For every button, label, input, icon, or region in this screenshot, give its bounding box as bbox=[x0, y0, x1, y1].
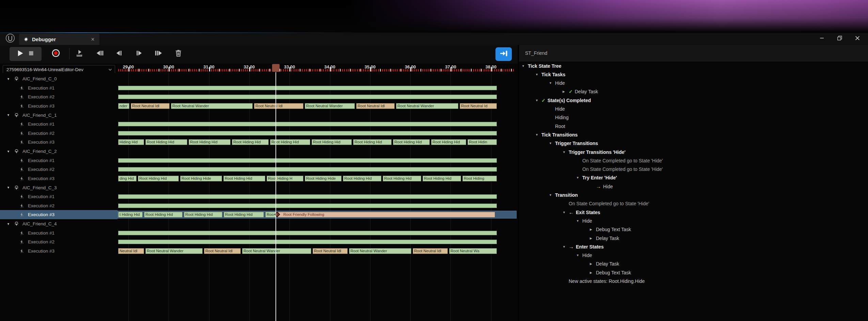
statetree-node-row[interactable]: ▶Debug Text Task bbox=[519, 225, 868, 234]
state-segment[interactable]: Root Neutral Wa bbox=[449, 248, 497, 254]
expander-closed-icon[interactable]: ▶ bbox=[590, 228, 596, 231]
instance-row[interactable]: ▼AIC_Friend_C_2 bbox=[0, 147, 117, 156]
statetree-node-row[interactable]: ▼Tick State Tree bbox=[519, 62, 868, 70]
state-segment[interactable]: t Hiding Hid bbox=[118, 212, 143, 218]
state-segment[interactable]: Root Hiding Hid bbox=[383, 176, 421, 181]
state-segment[interactable]: Root Neutral Idl bbox=[313, 248, 348, 254]
state-segment[interactable]: Root Neutral Wander bbox=[171, 103, 253, 109]
expander-open-icon[interactable]: ▼ bbox=[576, 219, 582, 223]
state-segment[interactable]: Root Hiding Hid bbox=[423, 176, 461, 181]
state-segment[interactable]: Root Friendly Following bbox=[278, 212, 495, 218]
instance-row[interactable]: ▼AIC_Friend_C_1 bbox=[0, 111, 117, 120]
state-segment[interactable]: Root Hiding Hid bbox=[145, 139, 187, 145]
statetree-node-row[interactable]: On State Completed go to State 'Hide' bbox=[519, 199, 868, 208]
statetree-node-row[interactable]: ▼←Exit States bbox=[519, 208, 868, 216]
play-from-here-button[interactable] bbox=[73, 47, 86, 60]
execution-row[interactable]: Execution #3 bbox=[0, 210, 117, 219]
execution-row[interactable]: Execution #1 bbox=[0, 192, 117, 201]
execution-row[interactable]: Execution #2 bbox=[0, 201, 117, 210]
expander-open-icon[interactable]: ▼ bbox=[576, 176, 582, 179]
statetree-node-row[interactable]: New active states: Root.Hiding.Hide bbox=[519, 277, 868, 286]
tab-close-icon[interactable] bbox=[90, 37, 95, 42]
execution-track-bar[interactable] bbox=[118, 167, 497, 172]
state-segment[interactable]: Root Hiding Hid bbox=[343, 176, 381, 181]
state-segment[interactable]: Neutral Idl bbox=[118, 248, 144, 254]
expander-open-icon[interactable]: ▼ bbox=[7, 150, 12, 153]
step-to-last-frame-button[interactable] bbox=[152, 47, 165, 60]
statetree-node-row[interactable]: ▼Trigger Transitions 'Hide' bbox=[519, 148, 868, 156]
expander-open-icon[interactable]: ▼ bbox=[522, 64, 528, 68]
statetree-node-row[interactable]: ▼Tick Transitions bbox=[519, 130, 868, 139]
timeline-pane[interactable]: 29.0030.0031.0032.0033.0034.0035.0036.00… bbox=[117, 64, 518, 321]
state-segment[interactable]: Root Neutral Idl bbox=[413, 248, 448, 254]
state-segment[interactable]: Root Neutral Id bbox=[460, 103, 497, 109]
expander-open-icon[interactable]: ▼ bbox=[535, 133, 541, 137]
state-segment[interactable]: Root Neutral Wander bbox=[396, 103, 458, 109]
execution-track-bar[interactable] bbox=[118, 240, 497, 244]
state-segment[interactable]: Root Hiding Hid bbox=[144, 212, 183, 218]
expander-closed-icon[interactable]: ▶ bbox=[590, 237, 596, 240]
state-segment[interactable]: Root Hiding Hid bbox=[312, 139, 352, 145]
execution-track-bar[interactable] bbox=[118, 86, 497, 90]
clear-recording-button[interactable] bbox=[172, 47, 185, 60]
statetree-node-row[interactable]: ▼✓State(s) Completed bbox=[519, 96, 868, 105]
state-segment[interactable]: Root Neutral Wander bbox=[145, 248, 203, 254]
step-to-first-frame-button[interactable] bbox=[93, 47, 106, 60]
state-segment[interactable]: Root Hiding Hid bbox=[224, 212, 264, 218]
execution-track-bar[interactable] bbox=[118, 158, 497, 163]
execution-row[interactable]: Execution #1 bbox=[0, 156, 117, 165]
state-segment[interactable]: Root Neutral Wander bbox=[349, 248, 411, 254]
state-segment[interactable]: Root Hiding H bbox=[267, 176, 303, 181]
execution-row[interactable]: Execution #3 bbox=[0, 174, 117, 183]
step-back-frame-button[interactable] bbox=[112, 47, 125, 60]
statetree-node-row[interactable]: ▼→Enter States bbox=[519, 242, 868, 251]
state-segment[interactable]: Root Hiding Hid bbox=[431, 139, 466, 145]
state-segment[interactable]: Root Neutral Idl bbox=[131, 103, 170, 109]
state-segment[interactable]: Root Neutral Wander bbox=[305, 103, 355, 109]
expander-closed-icon[interactable]: ▶ bbox=[590, 271, 596, 274]
execution-track-bar[interactable] bbox=[118, 204, 497, 208]
execution-track-bar[interactable] bbox=[118, 122, 497, 126]
expander-open-icon[interactable]: ▼ bbox=[549, 142, 555, 145]
instance-row[interactable]: ▼AIC_Friend_C_0 bbox=[0, 74, 117, 83]
expander-open-icon[interactable]: ▼ bbox=[563, 150, 569, 154]
expander-open-icon[interactable]: ▼ bbox=[535, 99, 541, 102]
execution-track-bar[interactable] bbox=[118, 131, 497, 135]
statetree-node-row[interactable]: Root bbox=[519, 122, 868, 130]
state-segment[interactable]: Root Hiding Hide bbox=[305, 176, 342, 181]
execution-row[interactable]: Execution #2 bbox=[0, 129, 117, 138]
timeline-playhead[interactable] bbox=[275, 72, 276, 321]
state-segment[interactable]: ding Hid bbox=[118, 176, 137, 181]
step-forward-frame-button[interactable] bbox=[133, 47, 146, 60]
expander-open-icon[interactable]: ▼ bbox=[7, 186, 12, 189]
state-segment[interactable]: Root Neutral Idl bbox=[356, 103, 395, 109]
expander-open-icon[interactable]: ▼ bbox=[535, 73, 541, 76]
close-button[interactable] bbox=[853, 34, 862, 43]
statetree-node-row[interactable]: On State Completed go to State 'Hide' bbox=[519, 156, 868, 165]
state-segment[interactable]: Root Hiding Hid bbox=[223, 176, 265, 181]
statetree-node-row[interactable]: ▼Hide bbox=[519, 251, 868, 260]
statetree-node-row[interactable]: ▶Debug Text Task bbox=[519, 268, 868, 277]
state-segment[interactable]: Root Hiding Hid bbox=[184, 212, 222, 218]
statetree-node-row[interactable]: ▶✓Delay Task bbox=[519, 87, 868, 96]
minimize-button[interactable] bbox=[818, 34, 826, 43]
statetree-node-row[interactable]: ▼Hide bbox=[519, 216, 868, 225]
execution-row[interactable]: Execution #2 bbox=[0, 92, 117, 101]
statetree-node-row[interactable]: ▼Transition bbox=[519, 191, 868, 199]
expander-closed-icon[interactable]: ▶ bbox=[563, 90, 569, 93]
instance-row[interactable]: ▼AIC_Friend_C_3 bbox=[0, 183, 117, 192]
state-segment[interactable]: Root Hiding Hid bbox=[138, 176, 179, 181]
statetree-node-row[interactable]: ▼Try Enter 'Hide' bbox=[519, 174, 868, 182]
instance-row[interactable]: ▼AIC_Friend_C_4 bbox=[0, 219, 117, 228]
execution-row[interactable]: Execution #1 bbox=[0, 119, 117, 129]
execution-row[interactable]: Execution #2 bbox=[0, 165, 117, 174]
state-segment[interactable]: Root Hiding Hid bbox=[353, 139, 392, 145]
execution-row[interactable]: Execution #3 bbox=[0, 101, 117, 111]
expander-open-icon[interactable]: ▼ bbox=[549, 193, 555, 197]
state-segment[interactable]: Root Neutral Wander bbox=[242, 248, 311, 254]
statetree-node-row[interactable]: ▶Delay Task bbox=[519, 260, 868, 268]
execution-track-bar[interactable] bbox=[118, 231, 497, 235]
ruler-recorded-frames-strip[interactable] bbox=[118, 69, 515, 71]
expander-open-icon[interactable]: ▼ bbox=[549, 81, 555, 85]
statetree-node-row[interactable]: ▶Delay Task bbox=[519, 234, 868, 242]
